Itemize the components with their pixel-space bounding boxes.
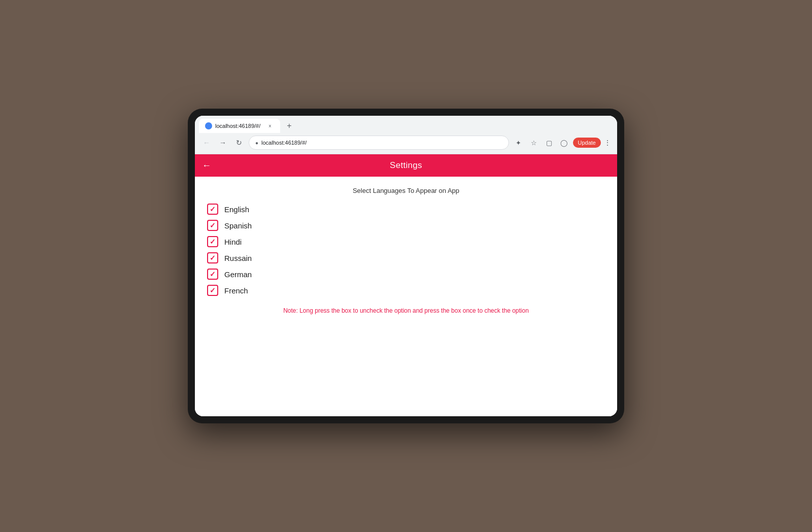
forward-button[interactable]: → [216,136,229,149]
toolbar-icons: ✦ ☆ ▢ ◯ Update ⋮ [512,136,612,149]
language-checkbox[interactable] [207,236,218,247]
language-label: Hindi [224,238,242,246]
omnibar-row: ← → ↻ ● localhost:46189/#/ ✦ ☆ ▢ ◯ Updat… [195,133,617,154]
language-checkbox[interactable] [207,269,218,280]
tab-close-button[interactable]: × [266,122,274,130]
language-checkbox[interactable] [207,285,218,296]
language-item[interactable]: Hindi [207,236,605,247]
url-text: localhost:46189/#/ [261,140,502,146]
language-checkbox[interactable] [207,252,218,263]
tab-title: localhost:46189/#/ [215,123,260,129]
bookmark-icon[interactable]: ☆ [527,136,540,149]
language-checkbox[interactable] [207,204,218,215]
browser-chrome: localhost:46189/#/ × + ← → ↻ ● localhost… [195,116,617,154]
tablet-device: localhost:46189/#/ × + ← → ↻ ● localhost… [188,109,624,423]
app-content: ← Settings Select Languages To Appear on… [195,154,617,416]
page-title: Settings [390,160,422,171]
active-tab[interactable]: localhost:46189/#/ × [199,119,280,133]
app-body: Select Languages To Appear on App Englis… [195,177,617,416]
language-item[interactable]: Russain [207,252,605,263]
back-arrow-button[interactable]: ← [202,160,211,171]
language-label: Spanish [224,221,252,230]
language-checkbox[interactable] [207,220,218,231]
language-label: English [224,205,249,214]
language-label: German [224,270,252,279]
back-button[interactable]: ← [200,136,213,149]
language-label: Russain [224,254,252,262]
new-tab-button[interactable]: + [282,119,296,133]
language-item[interactable]: German [207,269,605,280]
language-item[interactable]: English [207,204,605,215]
browser-menu-icon[interactable]: ⋮ [603,139,612,147]
language-list: EnglishSpanishHindiRussainGermanFrench [207,204,605,296]
update-button[interactable]: Update [573,138,601,148]
app-header: ← Settings [195,154,617,177]
tablet-screen: localhost:46189/#/ × + ← → ↻ ● localhost… [195,116,617,416]
tab-bar: localhost:46189/#/ × + [195,116,617,133]
language-item[interactable]: Spanish [207,220,605,231]
language-label: French [224,286,248,295]
security-icon: ● [255,140,258,146]
profile-icon[interactable]: ◯ [558,136,571,149]
address-bar[interactable]: ● localhost:46189/#/ [249,136,509,150]
tab-favicon-icon [205,122,212,129]
share-icon[interactable]: ✦ [512,136,525,149]
update-label: Update [578,140,596,146]
tab-switcher-icon[interactable]: ▢ [543,136,556,149]
section-subtitle: Select Languages To Appear on App [207,187,605,194]
note-text: Note: Long press the box to uncheck the … [207,306,605,315]
language-item[interactable]: French [207,285,605,296]
reload-button[interactable]: ↻ [232,136,246,149]
